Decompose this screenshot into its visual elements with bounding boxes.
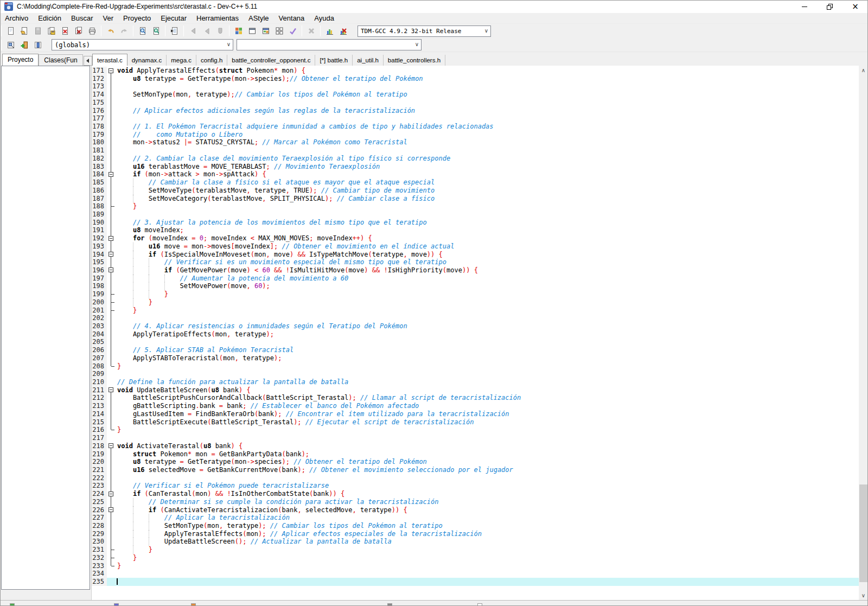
line-number[interactable]: 218: [92, 442, 107, 450]
line-number[interactable]: 194: [92, 251, 107, 259]
remove-from-project-button[interactable]: [31, 39, 44, 52]
line-number[interactable]: 231: [92, 546, 107, 554]
line-number[interactable]: 214: [92, 410, 107, 418]
editor-tab-battle_controllers.h[interactable]: battle_controllers.h: [384, 55, 445, 66]
fold-toggle-icon[interactable]: [108, 387, 113, 392]
menu-item-ejecutar[interactable]: Ejecutar: [156, 13, 192, 24]
code-line[interactable]: 221 u16 selectedMove = GetBankCurrentMov…: [92, 466, 859, 474]
line-number[interactable]: 189: [92, 210, 107, 219]
code-line[interactable]: 213 gBattleScripting.bank = bank; // Est…: [92, 402, 859, 410]
code-line[interactable]: 193 u16 move = mon->moves[moveIndex]; //…: [92, 243, 859, 251]
code-line[interactable]: 228 SetMonType(mon, teratype); // Cambia…: [92, 522, 859, 530]
code-line[interactable]: 199 }: [92, 290, 859, 298]
code-line[interactable]: 171void ApplyTerastalEffects(struct Poke…: [92, 67, 859, 75]
line-number[interactable]: 206: [92, 346, 107, 354]
line-number[interactable]: 177: [92, 114, 107, 123]
profile-button[interactable]: [323, 24, 336, 37]
open-file-button[interactable]: [17, 24, 31, 37]
line-number[interactable]: 215: [92, 418, 107, 426]
code-line[interactable]: 230 UpdateBattleScreen(); // Actualizar …: [92, 538, 859, 546]
code-line[interactable]: 224 if (CanTerastal(mon) && !IsInOtherCo…: [92, 490, 859, 498]
code-line[interactable]: 188 }: [92, 202, 859, 210]
code-line[interactable]: 183 u16 terablastMove = MOVE_TERABLAST; …: [92, 163, 859, 171]
line-number[interactable]: 197: [92, 275, 107, 283]
code-line[interactable]: 194 if (IsSpecialMoveInMoveset(mon, move…: [92, 251, 859, 259]
line-number[interactable]: 178: [92, 123, 107, 131]
code-line[interactable]: 229 ApplyTerastalEffects(mon); // Aplica…: [92, 530, 859, 538]
menu-item-proyecto[interactable]: Proyecto: [118, 13, 156, 24]
full-window-button[interactable]: [245, 24, 259, 37]
line-number[interactable]: 232: [92, 554, 107, 562]
add-to-project-button[interactable]: [17, 39, 31, 52]
line-number[interactable]: 221: [92, 466, 107, 474]
code-line[interactable]: 204 ApplyTeratipoEffects(mon, teratype);: [92, 330, 859, 339]
code-line[interactable]: 205: [92, 338, 859, 346]
tab-clases[interactable]: Clases(Fun: [39, 54, 82, 66]
code-line[interactable]: 208}: [92, 362, 859, 371]
minimize-button[interactable]: [792, 0, 817, 13]
code-line[interactable]: 226 if (CanActivateTeracristalizacion(ba…: [92, 506, 859, 514]
code-line[interactable]: 198 SetMovePower(move, 60);: [92, 282, 859, 290]
editor-tab-ai_util.h[interactable]: ai_util.h: [353, 55, 384, 66]
line-number[interactable]: 203: [92, 322, 107, 330]
menu-item-buscar[interactable]: Buscar: [66, 13, 98, 24]
line-number[interactable]: 200: [92, 298, 107, 307]
line-number[interactable]: 223: [92, 482, 107, 490]
fold-toggle-icon[interactable]: [108, 252, 113, 257]
new-project-button[interactable]: [232, 24, 245, 37]
line-number[interactable]: 185: [92, 178, 107, 187]
code-line[interactable]: 220 u8 teratype = GetTeratype(mon->speci…: [92, 458, 859, 466]
menu-item-archivo[interactable]: Archivo: [0, 13, 33, 24]
code-line[interactable]: 211void UpdateBattleScreen(u8 bank) {: [92, 386, 859, 394]
replace-button[interactable]: [149, 24, 163, 37]
line-number[interactable]: 182: [92, 155, 107, 163]
close-button[interactable]: ×: [843, 0, 868, 13]
line-number[interactable]: 204: [92, 330, 107, 339]
code-line[interactable]: 210// Define la función para actualizar …: [92, 378, 859, 386]
code-line[interactable]: 231 }: [92, 546, 859, 554]
line-number[interactable]: 222: [92, 474, 107, 482]
line-number[interactable]: 233: [92, 562, 107, 570]
line-number[interactable]: 225: [92, 498, 107, 506]
scrollbar-thumb[interactable]: [859, 484, 867, 582]
editor-tab-terastal.c[interactable]: terastal.c: [92, 54, 127, 66]
scroll-down-button[interactable]: ∨: [859, 591, 868, 600]
code-line[interactable]: 191 u8 moveIndex;: [92, 226, 859, 234]
code-line[interactable]: 223 // Verificar si el Pokémon puede ter…: [92, 482, 859, 490]
line-number[interactable]: 192: [92, 234, 107, 243]
code-line[interactable]: 197 // Aumentar la potencia del movimien…: [92, 275, 859, 283]
close-all-button[interactable]: [72, 24, 85, 37]
menu-item-astyle[interactable]: AStyle: [244, 13, 274, 24]
delete-profile-button[interactable]: [336, 24, 350, 37]
code-line[interactable]: 175: [92, 99, 859, 107]
insert-button[interactable]: [4, 39, 17, 52]
compiler-profile-select[interactable]: TDM-GCC 4.9.2 32-bit Release ∨: [358, 25, 491, 37]
menu-item-herramientas[interactable]: Herramientas: [192, 13, 244, 24]
code-line[interactable]: 187 SetMoveCategory(terablastMove, SPLIT…: [92, 195, 859, 203]
code-line[interactable]: 196 if (GetMovePower(move) < 60 && !IsMu…: [92, 266, 859, 275]
line-number[interactable]: 183: [92, 163, 107, 171]
line-number[interactable]: 234: [92, 570, 107, 578]
line-number[interactable]: 202: [92, 314, 107, 322]
line-number[interactable]: 211: [92, 386, 107, 394]
line-number[interactable]: 220: [92, 458, 107, 466]
menu-item-ventana[interactable]: Ventana: [274, 13, 310, 24]
code-line[interactable]: 177: [92, 114, 859, 123]
project-options-button[interactable]: [259, 24, 272, 37]
new-file-button[interactable]: [4, 24, 17, 37]
tab-proyecto[interactable]: Proyecto: [2, 54, 39, 66]
fold-toggle-icon[interactable]: [108, 267, 113, 272]
goto-line-button[interactable]: [168, 24, 181, 37]
line-number[interactable]: 208: [92, 362, 107, 371]
menu-item-ver[interactable]: Ver: [98, 13, 118, 24]
menu-item-edición[interactable]: Edición: [33, 13, 66, 24]
code-line[interactable]: 178 // 1. El Pokémon Teracristal adquier…: [92, 123, 859, 131]
line-number[interactable]: 226: [92, 506, 107, 514]
editor-tab-battle.h[interactable]: [*] battle.h: [315, 55, 353, 66]
fold-toggle-icon[interactable]: [108, 236, 113, 241]
line-number[interactable]: 193: [92, 243, 107, 251]
line-number[interactable]: 227: [92, 514, 107, 522]
code-line[interactable]: 185 // Cambiar la clase a físico si el a…: [92, 178, 859, 187]
editor-tab-battle_controller_opponent.c[interactable]: battle_controller_opponent.c: [227, 55, 315, 66]
line-number[interactable]: 209: [92, 370, 107, 378]
